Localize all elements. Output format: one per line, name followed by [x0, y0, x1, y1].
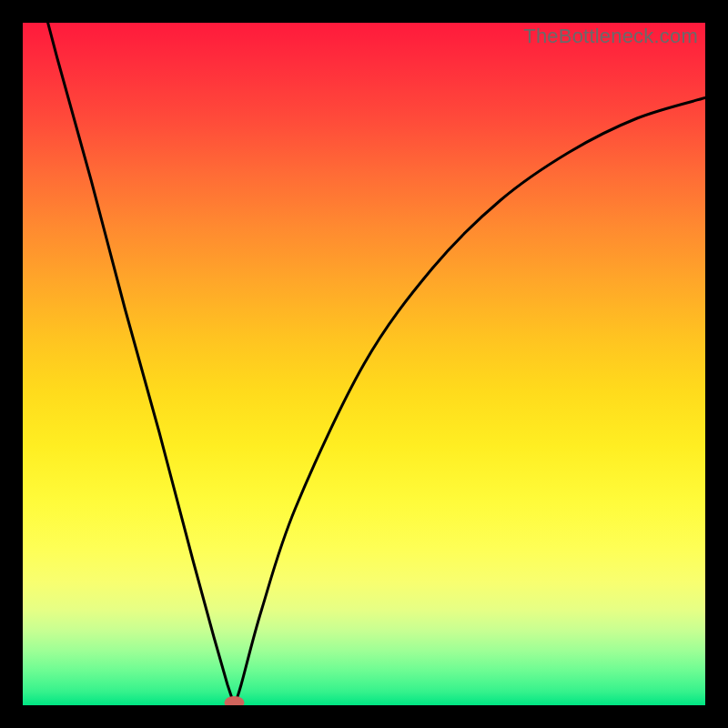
plot-area: TheBottleneck.com — [23, 23, 705, 705]
chart-frame: TheBottleneck.com — [0, 0, 728, 728]
bottleneck-curve — [23, 23, 705, 705]
optimal-marker — [225, 696, 245, 705]
curve-path — [23, 23, 705, 705]
